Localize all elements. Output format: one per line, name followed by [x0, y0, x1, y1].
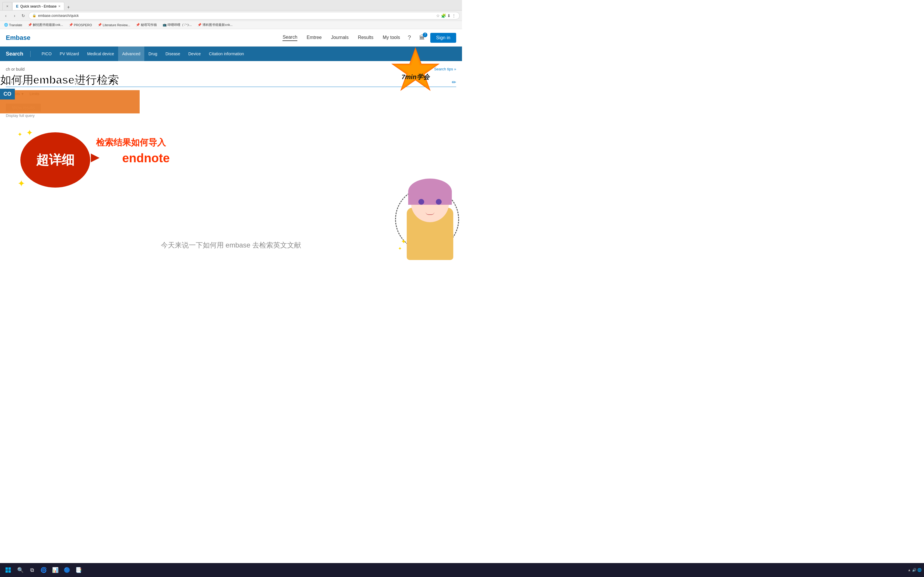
search-description: ch or build: [6, 67, 25, 71]
sub-nav-title: Search: [6, 51, 31, 57]
bookmark-bilibili[interactable]: 📺 哔哩哔哩（'-'つ...: [161, 22, 194, 27]
nav-links: Search Emtree Journals Results My tools: [282, 35, 400, 41]
forward-button[interactable]: ›: [11, 12, 18, 19]
sub-nav-citation[interactable]: Citation information: [205, 47, 248, 61]
bilibili-icon: 📺: [163, 23, 167, 27]
sparkle-star-3: ✦: [18, 178, 25, 189]
bookmark-library2[interactable]: 📌 博科图书馆最新cnk...: [196, 22, 234, 27]
char-eye-right: [436, 199, 442, 205]
new-tab-button[interactable]: +: [66, 4, 71, 10]
sub-nav-advanced[interactable]: Advanced: [118, 47, 144, 61]
char-star-2: ✦: [398, 246, 402, 251]
nav-search[interactable]: Search: [282, 35, 297, 41]
tab-bar: ✕ E Quick search - Embase ✕ +: [0, 0, 462, 10]
download-icon[interactable]: ⬇: [447, 13, 451, 18]
tab-close-active-icon[interactable]: ✕: [58, 5, 61, 8]
char-mouth: [426, 212, 434, 215]
question-icon: ?: [408, 34, 411, 41]
char-hair: [408, 179, 452, 205]
bookmark-translate[interactable]: 🌐 Translate: [2, 23, 24, 27]
tab-active[interactable]: E Quick search - Embase ✕: [12, 2, 64, 10]
co-badge: CO: [0, 89, 15, 100]
nav-journals[interactable]: Journals: [331, 35, 348, 41]
lock-icon: 🔒: [32, 14, 36, 18]
sign-in-button[interactable]: Sign in: [430, 33, 456, 43]
bottom-subtitle: 今天来说一下如何用 embase 去检索英文文献: [0, 240, 462, 250]
tab-close-icon[interactable]: ✕: [6, 5, 8, 8]
address-bar-row: ‹ › ↻ 🔒 embase.com/search/quick ☆ 🧩 ⬇ ⋮: [0, 10, 462, 21]
sub-nav-pico[interactable]: PICO: [37, 47, 56, 61]
library2-icon: 📌: [198, 23, 202, 27]
tab-favicon: E: [16, 4, 19, 8]
char-star-1: ✦: [401, 238, 406, 245]
red-oval-bg: 超详细: [20, 132, 90, 188]
char-eye-left: [418, 199, 424, 205]
literature-icon: 📌: [98, 23, 102, 27]
nav-my-tools[interactable]: My tools: [383, 35, 400, 41]
bookmarks-bar: 🌐 Translate 📌 解忧图书馆最新cnk... 📌 PROSPERO 📌…: [0, 21, 462, 29]
embase-page: Embase Search Emtree Journals Results My…: [0, 29, 462, 274]
edit-icon[interactable]: ✏: [452, 79, 456, 85]
mita-icon: 📌: [136, 23, 140, 27]
refresh-button[interactable]: ↻: [20, 12, 27, 19]
bottom-text-endnote: endnote: [122, 151, 169, 165]
char-head: [411, 184, 449, 222]
display-full-query[interactable]: Display full query: [6, 113, 456, 118]
sub-nav-drug[interactable]: Drug: [144, 47, 161, 61]
bookmark-prospero[interactable]: 📌 PROSPERO: [67, 23, 94, 27]
sparkle-star-1: ✦: [26, 128, 33, 137]
badge-count: 7: [423, 32, 427, 37]
starburst-text: 7min学会: [386, 52, 445, 102]
oval-text: 超详细: [36, 152, 74, 169]
nav-results[interactable]: Results: [358, 35, 373, 41]
orange-search-bar: [0, 90, 140, 113]
extension-icon[interactable]: 🧩: [441, 13, 446, 18]
star-icon[interactable]: ☆: [436, 13, 440, 18]
starburst-badge: 7min学会: [386, 47, 445, 102]
embase-logo: Embase: [6, 34, 30, 42]
tab-label: Quick search - Embase: [20, 4, 57, 8]
notification-bell[interactable]: 🏛 7: [418, 33, 427, 42]
sub-nav-disease[interactable]: Disease: [161, 47, 184, 61]
chinese-title-overlay: 如何用embase进行检索: [0, 73, 119, 87]
anime-character: ✦ ✦: [398, 179, 462, 260]
red-oval-annotation: 超详细 ✦ ✦ ✦ ▶: [18, 128, 93, 189]
bottom-text-1: 检索结果如何导入: [96, 137, 166, 148]
sparkle-star-2: ✦: [18, 131, 23, 138]
bookmark-library1[interactable]: 📌 解忧图书馆最新cnk...: [26, 22, 65, 27]
sub-nav-device[interactable]: Device: [184, 47, 205, 61]
back-button[interactable]: ‹: [2, 12, 9, 19]
prospero-icon: 📌: [69, 23, 73, 27]
bookmark-literature[interactable]: 📌 Literature Review...: [96, 23, 132, 27]
help-icon[interactable]: ?: [405, 33, 414, 42]
tab-inactive[interactable]: ✕: [2, 2, 12, 10]
embase-nav: Embase Search Emtree Journals Results My…: [0, 29, 462, 47]
sub-nav-pv-wizard[interactable]: PV Wizard: [56, 47, 83, 61]
logo-rest: mbase: [10, 34, 31, 41]
translate-icon: 🌐: [4, 23, 8, 27]
library1-icon: 📌: [28, 23, 32, 27]
menu-icon[interactable]: ⋮: [452, 13, 456, 18]
address-text: embase.com/search/quick: [38, 14, 79, 18]
bookmark-mita[interactable]: 📌 秘塔写作猫: [134, 22, 158, 27]
nav-icons: ? 🏛 7 Sign in: [405, 33, 456, 43]
arrow-right-icon: ▶: [91, 151, 99, 163]
address-bar[interactable]: 🔒 embase.com/search/quick ☆ 🧩 ⬇ ⋮: [29, 12, 460, 19]
logo-e: E: [6, 34, 10, 41]
nav-emtree[interactable]: Emtree: [306, 35, 322, 41]
address-bar-icons: ☆ 🧩 ⬇ ⋮: [436, 13, 456, 18]
sub-nav-medical-device[interactable]: Medical device: [83, 47, 118, 61]
